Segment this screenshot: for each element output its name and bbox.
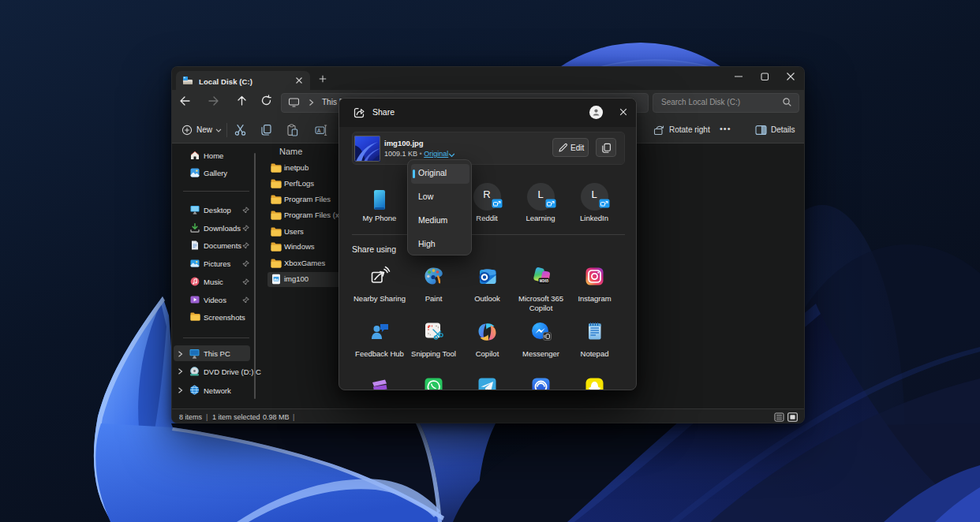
svg-text:M365: M365	[540, 279, 549, 283]
svg-text:A: A	[317, 128, 321, 133]
